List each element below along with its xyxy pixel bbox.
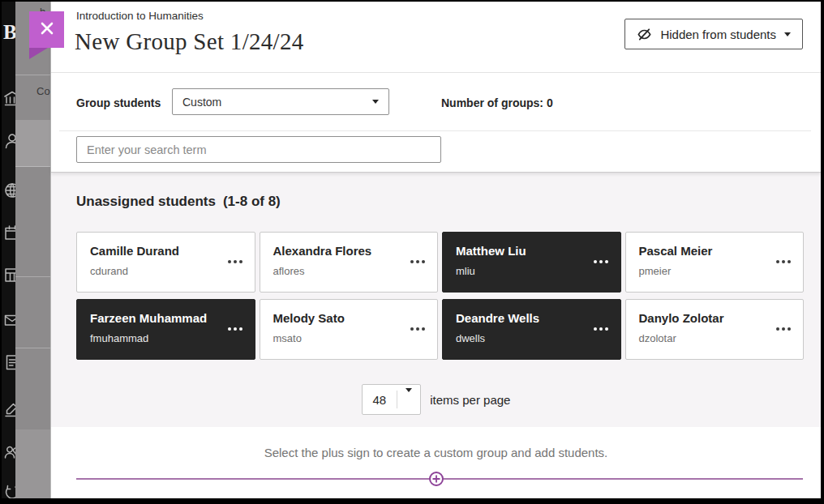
student-card[interactable]: Melody Satomsato <box>260 299 439 360</box>
student-username: msato <box>273 332 302 344</box>
panel-body: Unassigned students(1-8 of 8) Camille Du… <box>51 173 821 498</box>
visibility-label: Hidden from students <box>660 28 776 41</box>
items-per-page-select[interactable]: 48 <box>362 384 422 415</box>
student-username: aflores <box>273 265 305 277</box>
pencil-icon[interactable] <box>2 399 15 419</box>
visibility-dropdown-button[interactable]: Hidden from students <box>624 19 803 49</box>
divider <box>51 72 821 73</box>
student-username: dzolotar <box>639 332 676 344</box>
page-title[interactable]: New Group Set 1/24/24 <box>75 28 304 55</box>
ellipsis-menu-icon[interactable] <box>772 319 795 339</box>
section-heading-range: (1-8 of 8) <box>223 194 281 209</box>
select-value: Custom <box>182 96 372 109</box>
breadcrumb: Introduction to Humanities <box>76 10 204 22</box>
student-card[interactable]: Matthew Liumliu <box>442 232 621 293</box>
grid-icon[interactable] <box>2 265 15 284</box>
globe-icon[interactable] <box>2 181 15 200</box>
app-window: B b Co Introduction to Humanities New Gr… <box>0 0 824 504</box>
chevron-down-icon <box>784 32 791 36</box>
chevron-down-icon <box>406 388 412 406</box>
student-name: Farzeen Muhammad <box>90 311 207 325</box>
base-navigation-sidebar: B <box>2 2 15 498</box>
student-name: Alexandra Flores <box>273 244 372 258</box>
student-name: Matthew Liu <box>456 244 526 258</box>
ellipsis-menu-icon[interactable] <box>406 319 429 339</box>
add-group-hint: Select the plus sign to create a custom … <box>51 446 821 459</box>
people-icon[interactable] <box>2 442 15 461</box>
student-name: Melody Sato <box>273 311 345 325</box>
chevron-down-icon <box>372 100 379 104</box>
backdrop-text-fragment: Co <box>36 85 50 97</box>
student-card[interactable]: Danylo Zolotardzolotar <box>625 299 805 360</box>
ellipsis-menu-icon[interactable] <box>406 252 429 271</box>
number-of-groups: Number of groups: 0 <box>441 96 553 109</box>
student-username: fmuhammad <box>90 332 148 344</box>
close-icon <box>40 21 54 38</box>
section-heading: Unassigned students(1-8 of 8) <box>76 194 281 210</box>
ellipsis-menu-icon[interactable] <box>224 319 247 339</box>
ellipsis-menu-icon[interactable] <box>590 319 612 339</box>
student-name: Pascal Meier <box>639 244 713 258</box>
eye-slash-icon <box>637 27 652 42</box>
group-students-label: Group students <box>76 96 161 109</box>
ellipsis-menu-icon[interactable] <box>590 252 612 271</box>
person-icon[interactable] <box>2 131 15 151</box>
student-username: mliu <box>456 265 475 277</box>
items-per-page-label: items per page <box>430 393 510 407</box>
close-panel-button[interactable] <box>29 11 64 48</box>
close-button-fold <box>29 48 48 59</box>
items-per-page-value: 48 <box>363 393 397 407</box>
student-username: dwells <box>456 332 485 344</box>
student-cards-grid: Camille DurandcdurandAlexandra Floresafl… <box>76 232 804 360</box>
student-username: pmeier <box>639 265 672 277</box>
student-card[interactable]: Pascal Meierpmeier <box>625 232 805 293</box>
ellipsis-menu-icon[interactable] <box>772 252 795 271</box>
ellipsis-menu-icon[interactable] <box>224 252 247 271</box>
student-card[interactable]: Alexandra Floresaflores <box>260 232 439 293</box>
mail-icon[interactable] <box>2 310 15 330</box>
student-card[interactable]: Deandre Wellsdwells <box>442 299 621 360</box>
student-card[interactable]: Camille Durandcdurand <box>76 232 255 293</box>
search-input[interactable] <box>76 136 441 163</box>
panel-header: Introduction to Humanities New Group Set… <box>51 2 821 173</box>
plus-circle-icon[interactable] <box>428 471 444 487</box>
dimmed-page-backdrop: b Co <box>15 2 50 498</box>
calendar-icon[interactable] <box>2 223 15 242</box>
return-arrow-icon[interactable] <box>2 483 15 498</box>
student-name: Camille Durand <box>90 244 179 258</box>
student-username: cdurand <box>90 265 128 277</box>
blackboard-logo: B <box>3 21 15 44</box>
group-set-panel: Introduction to Humanities New Group Set… <box>50 2 821 498</box>
student-name: Deandre Wells <box>456 311 539 325</box>
section-heading-text: Unassigned students <box>76 194 216 209</box>
divider <box>59 130 811 131</box>
document-icon[interactable] <box>2 352 15 372</box>
institution-icon[interactable] <box>2 89 15 109</box>
student-card[interactable]: Farzeen Muhammadfmuhammad <box>76 299 255 360</box>
group-students-select[interactable]: Custom <box>172 88 389 115</box>
unassigned-students-section: Unassigned students(1-8 of 8) Camille Du… <box>51 173 821 427</box>
student-name: Danylo Zolotar <box>639 311 724 325</box>
pagination: 48 items per page <box>51 384 821 415</box>
